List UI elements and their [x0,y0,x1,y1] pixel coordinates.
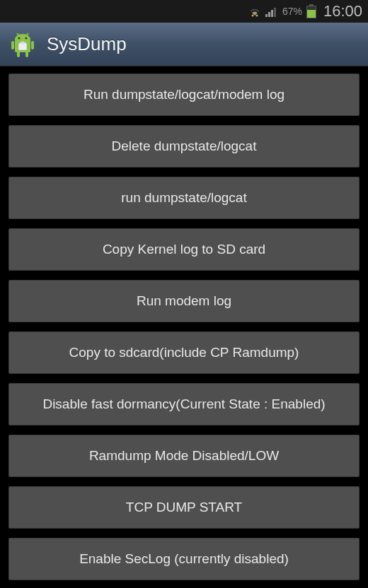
svg-rect-4 [271,10,273,17]
svg-rect-16 [18,43,27,50]
svg-rect-8 [11,41,14,49]
title-bar: SysDump [0,23,368,66]
svg-rect-11 [25,51,28,57]
disable-fast-dormancy-button[interactable]: Disable fast dormancy(Current State : En… [8,383,360,425]
svg-point-14 [18,37,21,39]
run-dumpstate-logcat-button[interactable]: run dumpstate/logcat [8,177,360,219]
svg-rect-3 [268,12,270,17]
svg-rect-5 [274,8,276,17]
svg-rect-10 [17,51,20,57]
svg-rect-9 [31,41,34,49]
battery-icon [306,4,316,18]
run-dumpstate-logcat-modem-button[interactable]: Run dumpstate/logcat/modem log [8,74,360,116]
svg-point-0 [251,15,253,17]
battery-percentage: 67% [282,6,302,17]
clock: 16:00 [323,2,362,20]
ramdump-mode-button[interactable]: Ramdump Mode Disabled/LOW [8,435,360,477]
enable-seclog-button[interactable]: Enable SecLog (currently disabled) [8,538,360,580]
signal-icon [265,6,278,17]
tcp-dump-start-button[interactable]: TCP DUMP START [8,486,360,529]
buttons-container: Run dumpstate/logcat/modem log Delete du… [0,66,368,580]
svg-point-1 [255,15,258,17]
android-app-icon [8,30,37,59]
wifi-icon [248,6,261,17]
run-modem-log-button[interactable]: Run modem log [8,280,360,322]
delete-dumpstate-logcat-button[interactable]: Delete dumpstate/logcat [8,125,360,167]
copy-kernel-log-button[interactable]: Copy Kernel log to SD card [8,228,360,271]
page-title: SysDump [47,33,127,55]
svg-point-15 [25,37,28,39]
copy-to-sdcard-button[interactable]: Copy to sdcard(include CP Ramdump) [8,331,360,374]
svg-rect-2 [265,14,268,17]
status-bar: 67% 16:00 [0,0,368,23]
